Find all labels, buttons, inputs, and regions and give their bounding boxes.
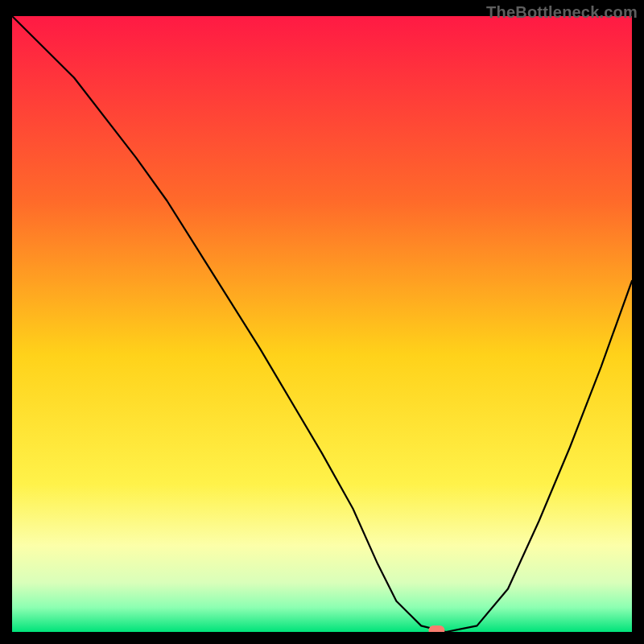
bottleneck-chart [12, 16, 632, 632]
chart-background [12, 16, 632, 632]
chart-svg [12, 16, 632, 632]
chart-container: TheBottleneck.com [0, 0, 644, 644]
watermark-text: TheBottleneck.com [486, 3, 638, 22]
optimal-marker [428, 625, 444, 632]
